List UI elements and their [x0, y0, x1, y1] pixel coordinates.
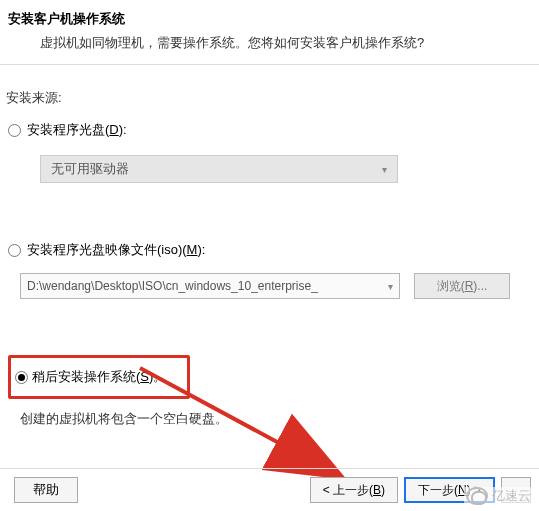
install-source-label: 安装来源:: [0, 65, 539, 117]
radio-installer-disc[interactable]: [8, 124, 21, 137]
option-label: 稍后安装操作系统(S)。: [32, 368, 166, 386]
dropdown-value: 无可用驱动器: [51, 160, 129, 178]
radio-iso-file[interactable]: [8, 244, 21, 257]
iso-path-value: D:\wendang\Desktop\ISO\cn_windows_10_ent…: [27, 279, 318, 293]
install-later-description: 创建的虚拟机将包含一个空白硬盘。: [20, 410, 228, 428]
option-installer-disc[interactable]: 安装程序光盘(D):: [0, 117, 539, 143]
drive-dropdown[interactable]: 无可用驱动器 ▾: [40, 155, 398, 183]
option-iso-file[interactable]: 安装程序光盘映像文件(iso)(M):: [0, 237, 539, 263]
separator: [0, 468, 539, 469]
watermark-text: 亿速云: [492, 487, 531, 505]
chevron-down-icon: ▾: [388, 281, 393, 292]
watermark: 亿速云: [464, 487, 533, 505]
option-label: 安装程序光盘(D):: [27, 121, 127, 139]
page-subtitle: 虚拟机如同物理机，需要操作系统。您将如何安装客户机操作系统?: [8, 34, 531, 52]
browse-button[interactable]: 浏览(R)...: [414, 273, 510, 299]
back-button[interactable]: < 上一步(B): [310, 477, 398, 503]
cloud-icon: [466, 487, 488, 505]
option-label: 安装程序光盘映像文件(iso)(M):: [27, 241, 205, 259]
page-title: 安装客户机操作系统: [8, 10, 531, 28]
help-button[interactable]: 帮助: [14, 477, 78, 503]
wizard-footer: 帮助 < 上一步(B) 下一步(N) >: [0, 477, 539, 503]
chevron-down-icon: ▾: [382, 164, 387, 175]
iso-path-input[interactable]: D:\wendang\Desktop\ISO\cn_windows_10_ent…: [20, 273, 400, 299]
wizard-header: 安装客户机操作系统 虚拟机如同物理机，需要操作系统。您将如何安装客户机操作系统?: [0, 0, 539, 64]
radio-install-later[interactable]: [15, 371, 28, 384]
option-install-later[interactable]: 稍后安装操作系统(S)。: [8, 355, 190, 399]
